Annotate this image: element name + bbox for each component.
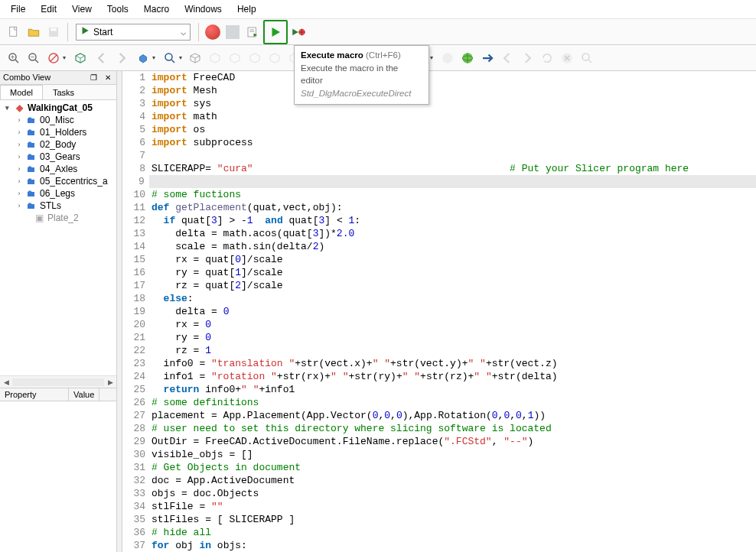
code-line[interactable]: 18 else:: [122, 292, 756, 305]
debug-macro-button[interactable]: [289, 23, 308, 41]
code-line[interactable]: 22 rz = 1: [122, 344, 756, 357]
scroll-left-icon[interactable]: ◀: [0, 378, 12, 386]
code-line[interactable]: 25 return info0+" "+info1: [122, 383, 756, 396]
code-line[interactable]: 13 delta = math.acos(quat[3])*2.0: [122, 227, 756, 240]
code-editor[interactable]: 1import FreeCAD2import Mesh3import sys4i…: [122, 71, 756, 552]
prev-doc-button[interactable]: [498, 49, 516, 67]
chevron-down-icon[interactable]: ▾: [430, 54, 433, 61]
tree-item[interactable]: 🖿02_Body: [2, 138, 115, 151]
code-line[interactable]: 26# some definitions: [122, 396, 756, 409]
chevron-right-icon[interactable]: [15, 116, 23, 124]
rear-view-button[interactable]: [266, 49, 284, 67]
chevron-right-icon[interactable]: [15, 165, 23, 173]
code-line[interactable]: 7: [122, 149, 756, 162]
tree-item[interactable]: 🖿STLs: [2, 200, 115, 212]
chevron-down-icon[interactable]: ▾: [179, 54, 182, 61]
new-file-button[interactable]: [5, 23, 23, 41]
code-line[interactable]: 19 delta = 0: [122, 305, 756, 318]
code-line[interactable]: 37for obj in objs:: [122, 539, 756, 552]
code-line[interactable]: 5import os: [122, 123, 756, 136]
open-file-button[interactable]: [24, 23, 43, 41]
tab-model[interactable]: Model: [0, 85, 43, 99]
code-line[interactable]: 12 if quat[3] > -1 and quat[3] < 1:: [122, 214, 756, 227]
menu-view[interactable]: View: [64, 2, 99, 17]
code-line[interactable]: 14 scale = math.sin(delta/2): [122, 240, 756, 253]
zoom-in-button[interactable]: [5, 49, 23, 67]
code-line[interactable]: 8SLICERAPP= "cura" # Put your Slicer pro…: [122, 162, 756, 175]
code-line[interactable]: 11def getPlacement(quat,vect,obj):: [122, 201, 756, 214]
tree-item[interactable]: 🖿06_Legs: [2, 187, 115, 200]
tree-item[interactable]: 🖿00_Misc: [2, 114, 115, 126]
tree-leaf[interactable]: ▣ Plate_2: [2, 212, 115, 224]
next-doc-button[interactable]: [518, 49, 536, 67]
menu-help[interactable]: Help: [230, 2, 264, 17]
chevron-down-icon[interactable]: ▾: [63, 54, 66, 61]
code-line[interactable]: 3import sys: [122, 97, 756, 110]
save-file-button[interactable]: [44, 23, 63, 41]
code-line[interactable]: 2import Mesh: [122, 84, 756, 97]
zoom-out-button[interactable]: [24, 49, 43, 67]
code-line[interactable]: 33objs = doc.Objects: [122, 487, 756, 500]
scroll-right-icon[interactable]: ▶: [104, 378, 116, 386]
scroll-track[interactable]: [12, 378, 104, 386]
code-line[interactable]: 9: [122, 175, 756, 188]
chevron-right-icon[interactable]: [15, 141, 23, 148]
code-line[interactable]: 20 rx = 0: [122, 318, 756, 331]
code-line[interactable]: 16 ry = quat[1]/scale: [122, 266, 756, 279]
code-line[interactable]: 34stlFile = "": [122, 500, 756, 513]
code-line[interactable]: 35stlFiles = [ SLICERAPP ]: [122, 513, 756, 526]
isometric-button[interactable]: [186, 49, 204, 67]
code-line[interactable]: 27placement = App.Placement(App.Vector(0…: [122, 409, 756, 422]
menu-macro[interactable]: Macro: [136, 2, 177, 17]
code-line[interactable]: 4import math: [122, 110, 756, 123]
code-line[interactable]: 24 info1 = "rotation "+str(rx)+" "+str(r…: [122, 370, 756, 383]
macros-dialog-button[interactable]: [243, 23, 262, 41]
workbench-selector[interactable]: Start ⌵: [76, 24, 191, 41]
tree-item[interactable]: 🖿03_Gears: [2, 151, 115, 163]
chevron-right-icon[interactable]: [15, 190, 23, 197]
code-line[interactable]: 29OutDir = FreeCAD.ActiveDocument.FileNa…: [122, 435, 756, 448]
fit-all-button[interactable]: [134, 49, 152, 67]
reload-button[interactable]: [478, 49, 497, 67]
code-line[interactable]: 23 info0 = "translation "+str(vect.x)+" …: [122, 357, 756, 370]
menu-tools[interactable]: Tools: [99, 2, 136, 17]
code-line[interactable]: 1import FreeCAD: [122, 71, 756, 84]
code-line[interactable]: 36# hide all: [122, 526, 756, 539]
zoom-button[interactable]: [578, 49, 596, 67]
right-view-button[interactable]: [246, 49, 264, 67]
code-line[interactable]: 31# Get Objects in document: [122, 461, 756, 474]
bounding-box-button[interactable]: [71, 49, 90, 67]
tree-root[interactable]: ◆ WalkingCat_05: [2, 102, 115, 114]
whats-this-button[interactable]: [438, 49, 457, 67]
code-line[interactable]: 17 rz = quat[2]/scale: [122, 279, 756, 292]
chevron-right-icon[interactable]: [15, 202, 23, 209]
nav-back-button[interactable]: [93, 49, 111, 67]
fit-selection-button[interactable]: [161, 49, 179, 67]
tree-item[interactable]: 🖿04_Axles: [2, 163, 115, 175]
nav-forward-button[interactable]: [112, 49, 131, 67]
stop-macro-button[interactable]: [223, 23, 242, 41]
menu-edit[interactable]: Edit: [33, 2, 64, 17]
chevron-right-icon[interactable]: [15, 128, 23, 136]
draw-style-button[interactable]: [44, 49, 63, 67]
menu-windows[interactable]: Windows: [177, 2, 230, 17]
tree-hscroll[interactable]: ◀ ▶: [0, 375, 116, 388]
code-line[interactable]: 28# user need to set this directory wher…: [122, 422, 756, 435]
code-line[interactable]: 32doc = App.ActiveDocument: [122, 474, 756, 487]
chevron-down-icon[interactable]: ▾: [152, 54, 155, 61]
chevron-right-icon[interactable]: [15, 153, 23, 161]
code-line[interactable]: 30visible_objs = []: [122, 448, 756, 461]
tree-item[interactable]: 🖿01_Holders: [2, 126, 115, 138]
code-line[interactable]: 6import subprocess: [122, 136, 756, 149]
chevron-down-icon[interactable]: [3, 104, 11, 112]
panel-splitter[interactable]: [117, 71, 122, 552]
stop-load-button[interactable]: [558, 49, 576, 67]
record-macro-button[interactable]: [204, 23, 222, 41]
web-button[interactable]: [458, 49, 477, 67]
top-view-button[interactable]: [226, 49, 244, 67]
refresh-button[interactable]: [538, 49, 556, 67]
menu-file[interactable]: File: [3, 2, 33, 17]
property-col[interactable]: Property: [0, 388, 69, 401]
code-line[interactable]: 21 ry = 0: [122, 331, 756, 344]
chevron-right-icon[interactable]: [15, 177, 23, 185]
